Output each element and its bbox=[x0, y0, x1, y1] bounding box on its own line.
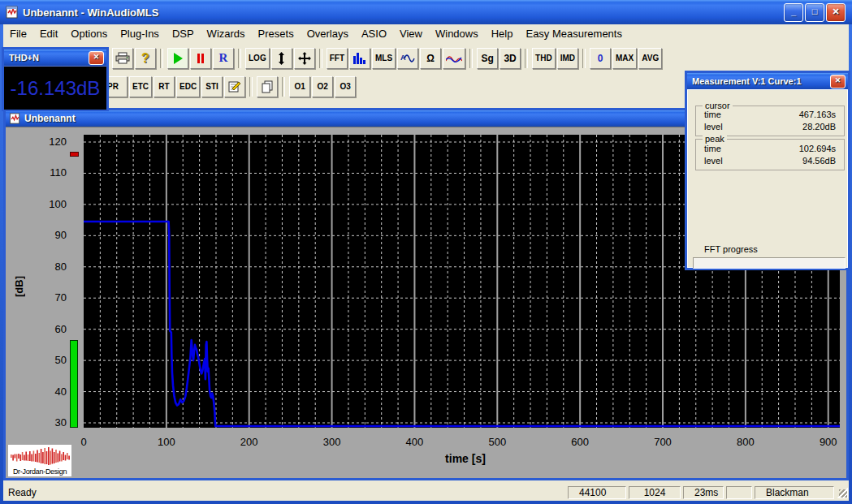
toolbar-separator bbox=[282, 77, 285, 97]
menu-bar: File Edit Options Plug-Ins DSP Wizards P… bbox=[3, 24, 849, 43]
help-button[interactable]: ? bbox=[135, 48, 156, 69]
sti-button[interactable]: STI bbox=[201, 76, 223, 97]
x-tick-label: 400 bbox=[394, 436, 435, 448]
spectrum-button[interactable] bbox=[349, 48, 370, 69]
menu-options[interactable]: Options bbox=[64, 25, 114, 42]
toolbar-separator bbox=[582, 49, 586, 68]
menu-asio[interactable]: ASIO bbox=[355, 25, 393, 42]
minimize-button[interactable]: _ bbox=[784, 3, 803, 22]
overlay3-button[interactable]: O3 bbox=[335, 76, 356, 97]
peak-level-value: 94.56dB bbox=[802, 156, 836, 166]
fft-button[interactable]: FFT bbox=[327, 48, 348, 69]
document-icon bbox=[9, 113, 21, 124]
vertical-arrows-icon bbox=[278, 52, 285, 65]
report-button[interactable] bbox=[224, 76, 245, 97]
thd-button[interactable]: THD bbox=[532, 48, 556, 69]
etc-button[interactable]: ETC bbox=[129, 76, 152, 97]
impedance-button[interactable]: Ω bbox=[420, 48, 441, 69]
status-window-function: Blackman bbox=[755, 486, 834, 499]
y-tick-label: 100 bbox=[39, 198, 67, 210]
max-button[interactable]: MAX bbox=[612, 48, 637, 69]
menu-plugins[interactable]: Plug-Ins bbox=[114, 25, 166, 42]
edc-button[interactable]: EDC bbox=[176, 76, 200, 97]
measurement-close-button[interactable]: ✕ bbox=[830, 75, 846, 88]
vertical-zoom-button[interactable] bbox=[271, 48, 292, 69]
fft-progress-label: FFT progress bbox=[704, 244, 758, 254]
copy-button[interactable] bbox=[257, 76, 278, 97]
main-title-bar[interactable]: Unbenannt - WinAudioMLS _ □ ✕ bbox=[0, 0, 852, 24]
thd-n-display: -16.143dB bbox=[4, 66, 106, 110]
help-icon: ? bbox=[141, 51, 149, 66]
menu-view[interactable]: View bbox=[393, 25, 429, 42]
mls-button[interactable]: MLS bbox=[372, 48, 396, 69]
print-button[interactable] bbox=[112, 48, 133, 69]
peak-time-label: time bbox=[704, 144, 721, 153]
pause-button[interactable] bbox=[190, 48, 211, 69]
zero-button[interactable]: 0 bbox=[590, 48, 611, 69]
report-icon bbox=[228, 80, 242, 93]
curves-icon bbox=[446, 53, 462, 63]
y-tick-label: 110 bbox=[39, 166, 67, 179]
y-axis-title: [dB] bbox=[13, 276, 25, 297]
menu-overlays[interactable]: Overlays bbox=[301, 25, 355, 42]
thd-n-value: -16.143dB bbox=[11, 77, 101, 100]
resize-grip[interactable] bbox=[837, 487, 848, 498]
imd-button[interactable]: IMD bbox=[557, 48, 578, 69]
spectrum-bars-icon bbox=[353, 53, 366, 64]
status-fft-size: 1024 bbox=[629, 486, 681, 499]
x-tick-label: 600 bbox=[560, 436, 600, 448]
y-tick-label: 30 bbox=[39, 416, 67, 429]
pan-button[interactable] bbox=[294, 48, 315, 69]
rt-button[interactable]: RT bbox=[154, 76, 175, 97]
printer-icon bbox=[115, 52, 130, 64]
thd-n-title-bar[interactable]: THD+N ✕ bbox=[4, 50, 106, 66]
winaudiomls-app: { "window": { "title": "Unbenannt - WinA… bbox=[0, 0, 852, 504]
y-tick-label: 60 bbox=[39, 323, 67, 335]
menu-wizards[interactable]: Wizards bbox=[201, 25, 252, 42]
record-button[interactable]: R bbox=[213, 48, 234, 69]
window-border-bottom bbox=[0, 501, 852, 504]
menu-easy-measurements[interactable]: Easy Measurements bbox=[519, 25, 629, 42]
overlay1-button[interactable]: O1 bbox=[289, 76, 310, 97]
three-d-button[interactable]: 3D bbox=[500, 48, 521, 69]
cursor-time-label: time bbox=[704, 110, 721, 119]
signal-generator-button[interactable]: Sg bbox=[477, 48, 498, 69]
menu-edit[interactable]: Edit bbox=[33, 25, 64, 42]
maximize-button[interactable]: □ bbox=[805, 3, 824, 22]
plot-window-title: Unbenannt bbox=[24, 113, 76, 124]
menu-file[interactable]: File bbox=[3, 25, 33, 42]
thd-n-close-button[interactable]: ✕ bbox=[89, 51, 104, 65]
toolbar-separator bbox=[249, 77, 253, 97]
x-axis-title: time [s] bbox=[400, 452, 530, 465]
menu-dsp[interactable]: DSP bbox=[166, 25, 201, 42]
play-icon bbox=[174, 53, 183, 64]
menu-windows[interactable]: Windows bbox=[429, 25, 485, 42]
x-tick-label: 700 bbox=[642, 436, 683, 448]
measurement-title-bar[interactable]: Measurement V:1 Curve:1 ✕ bbox=[687, 73, 848, 89]
cursor-level-value: 28.20dB bbox=[802, 122, 836, 131]
y-tick-label: 50 bbox=[39, 354, 67, 366]
menu-help[interactable]: Help bbox=[485, 25, 520, 42]
x-tick-label: 800 bbox=[725, 436, 766, 448]
x-tick-label: 300 bbox=[312, 436, 352, 448]
overlay2-button[interactable]: O2 bbox=[312, 76, 333, 97]
toolbar-separator bbox=[469, 49, 473, 68]
menu-presets[interactable]: Presets bbox=[252, 25, 301, 42]
avg-button[interactable]: AVG bbox=[638, 48, 662, 69]
y-tick-label: 120 bbox=[39, 136, 67, 148]
fft-progress-bar bbox=[693, 257, 846, 269]
app-icon bbox=[6, 6, 19, 19]
log-scale-button[interactable]: LOG bbox=[245, 48, 270, 69]
x-tick-label: 200 bbox=[229, 436, 270, 448]
sine-button[interactable]: A bbox=[397, 48, 418, 69]
cursor-time-value: 467.163s bbox=[799, 110, 836, 119]
freq-response-button[interactable] bbox=[443, 48, 465, 69]
play-button[interactable] bbox=[167, 48, 188, 69]
peak-time-value: 102.694s bbox=[799, 144, 836, 153]
status-message: Ready bbox=[3, 487, 568, 498]
close-button[interactable]: ✕ bbox=[826, 3, 846, 22]
cursor-level-label: level bbox=[704, 122, 723, 131]
x-tick-label: 900 bbox=[808, 436, 849, 448]
status-bar: Ready 44100 1024 23ms Blackman bbox=[3, 485, 849, 501]
sine-wave-icon: A bbox=[400, 53, 415, 64]
